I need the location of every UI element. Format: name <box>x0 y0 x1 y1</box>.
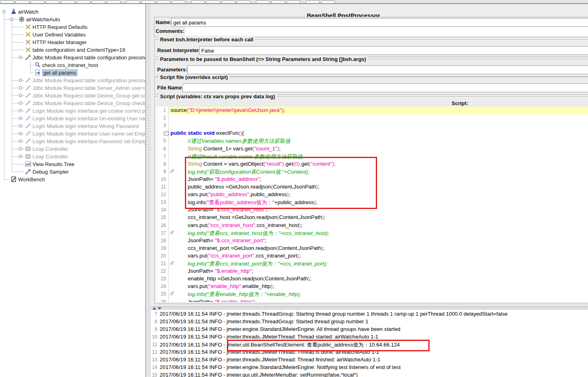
tree-node-login-module-login-interface-user-name-s[interactable]: Login Module login interface User name s… <box>0 130 145 138</box>
name-input[interactable] <box>171 18 588 27</box>
expanded-handle-icon[interactable] <box>2 10 6 13</box>
tree-node-get-all-params[interactable]: get all params <box>0 69 145 77</box>
file-name-input[interactable] <box>182 83 588 92</box>
script-group-title: Script (variables: ctx vars props prev d… <box>158 93 277 99</box>
toolbar-button[interactable] <box>271 0 285 3</box>
line-number: 12 <box>156 192 166 197</box>
comments-input[interactable] <box>185 27 588 36</box>
code-line-text: vars.put("enable_http",enable_http); <box>188 283 274 289</box>
tree-node-loop-controller[interactable]: Loop Controller <box>0 153 145 160</box>
collapsed-handle-icon[interactable] <box>19 101 22 105</box>
toolbar-button[interactable] <box>206 0 220 3</box>
code-line-text: log.info("查看ccs_intranet_host值为："+ccs_in… <box>188 230 329 237</box>
commented-out-marker: // <box>170 229 174 235</box>
log-line-number: 8 <box>151 319 157 324</box>
tree-node-login-module-login-interface-password-se[interactable]: Login Module login interface Password se… <box>0 138 145 145</box>
collapsed-handle-icon[interactable] <box>19 124 22 128</box>
code-line-text: //通过Result variable name 参数使用方法获取值 <box>188 153 303 160</box>
tree-node-label: Login Module login interface Un-existing… <box>32 116 146 122</box>
postprocessor-arrow-icon <box>34 69 41 76</box>
line-number: 13 <box>156 199 166 205</box>
code-line-24: vars.put("enable_http",enable_http); <box>168 283 588 290</box>
tree-node-jdbc-module-request-table-device-group-g[interactable]: Jdbc Module Request table Device_Group g… <box>0 92 145 99</box>
collapsed-handle-icon[interactable] <box>19 86 22 89</box>
toolbar-button[interactable] <box>156 0 170 3</box>
toolbar-button[interactable] <box>61 0 75 3</box>
tree-node-debug-sampler[interactable]: Debug Sampler <box>0 168 145 176</box>
tree-node-user-defined-variables[interactable]: User Defined Variables <box>0 31 145 39</box>
collapsed-handle-icon[interactable] <box>19 79 22 82</box>
toolbar-button[interactable] <box>237 0 251 3</box>
toolbar-button[interactable] <box>76 0 90 3</box>
collapsed-handle-icon[interactable] <box>19 94 22 97</box>
tree-node-jdbc-module-request-table-configuration-[interactable]: Jdbc Module Request table configuration … <box>0 54 145 61</box>
toolbar-button[interactable] <box>286 0 300 3</box>
tree-node-login-module-login-interface-un-existing[interactable]: Login Module login interface Un-existing… <box>0 115 145 122</box>
splitter-collapse-up-icon[interactable] <box>152 307 156 310</box>
collapsed-handle-icon[interactable] <box>19 117 22 120</box>
parameters-input[interactable] <box>187 65 588 74</box>
tree-node-http-header-manager[interactable]: HTTP Header Manager <box>0 39 145 46</box>
toolbar-button[interactable] <box>191 0 205 3</box>
collapsed-handle-icon[interactable] <box>19 140 22 143</box>
toolbar-button[interactable] <box>46 0 60 3</box>
log-line-8: 82017/06/19 16:11:54 INFO - jmeter.threa… <box>151 318 588 326</box>
code-line-9: //log.info("获取configuration表Content值:"+C… <box>168 168 588 176</box>
toolbar-button[interactable] <box>91 0 105 3</box>
toolbar-button[interactable] <box>126 0 140 3</box>
tree-scrollbar[interactable] <box>146 4 152 377</box>
tree-node-airwatcheauto[interactable]: airWatcheAuto <box>0 16 145 23</box>
code-line-25: //log.info("查看enable_http值为："+enable_htt… <box>168 290 588 298</box>
line-number: 10 <box>156 176 166 182</box>
toolbar-button[interactable] <box>0 0 14 3</box>
test-plan-tree[interactable]: airWatchairWatcheAutoHTTP Request Defaul… <box>0 4 146 377</box>
tree-node-workbench[interactable]: WorkBench <box>0 176 145 183</box>
toolbar-button[interactable] <box>30 0 45 3</box>
tree-node-label: Login Module login interface Password se… <box>32 138 146 144</box>
tree-node-label: table configuration and ContentType=19 <box>32 47 125 53</box>
toolbar-button[interactable] <box>306 0 320 3</box>
reset-interpreter-input[interactable] <box>199 46 588 55</box>
tree-node-jdbc-module-request-table-server-admin-u[interactable]: Jdbc Module Request table Server_Admin u… <box>0 84 145 92</box>
toolbar-button[interactable] <box>321 0 335 3</box>
tree-node-jdbc-module-request-table-device-group-c[interactable]: Jdbc Module Request table Device_Group c… <box>0 99 145 107</box>
expanded-handle-icon[interactable] <box>10 18 13 21</box>
tree-node-http-request-defaults[interactable]: HTTP Request Defaults <box>0 23 145 31</box>
toolbar-button[interactable] <box>172 0 186 3</box>
code-line-14: JsonPath= "$.ccs_intranet_host"; <box>168 206 588 214</box>
tree-node-login-module-login-interface-wrong-passw[interactable]: Login Module login interface Wrong Passw… <box>0 122 145 130</box>
collapsed-handle-icon[interactable] <box>19 155 22 158</box>
log-viewer[interactable]: 72017/06/19 16:11:54 INFO - jmeter.threa… <box>151 310 588 377</box>
tree-node-check-ccs-intranet-host[interactable]: check ccs_intranet_host <box>0 61 145 69</box>
expanded-handle-icon[interactable] <box>19 56 22 59</box>
tree-node-airwatch[interactable]: airWatch <box>0 8 145 16</box>
reset-interpreter-label: Reset Interpreter: <box>157 47 201 53</box>
tree-connector <box>12 149 24 149</box>
tree-node-table-configuration-and-contenttype-19[interactable]: table configuration and ContentType=19 <box>0 46 145 54</box>
log-line-14: 142017/06/19 16:11:54 INFO - jmeter.engi… <box>151 364 588 371</box>
code-line-text: log.info("查看enable_http值为："+enable_http)… <box>188 291 301 298</box>
toolbar-button[interactable] <box>256 0 270 3</box>
tree-node-login-module-login-interface-get-cookie-[interactable]: Login Module login Interface get cookie … <box>0 107 145 115</box>
code-line-15: ccs_intranet_host =GetJson.readjson(Cont… <box>168 214 588 221</box>
toolbar-button[interactable] <box>107 0 121 3</box>
script-file-group-title: Script file (overrides script) <box>158 74 229 80</box>
splitter-collapse-down-icon[interactable] <box>158 307 162 310</box>
tree-node-loop-controller[interactable]: Loop Controller <box>0 145 145 153</box>
collapsed-handle-icon[interactable] <box>19 132 22 135</box>
code-line-text: JsonPath= "$.ccs_intranet_port"; <box>188 237 266 243</box>
test-plan-icon <box>10 8 17 15</box>
toolbar-button[interactable] <box>15 0 29 3</box>
fold-collapse-icon[interactable]: − <box>164 131 168 136</box>
view-results-tree-icon <box>25 161 31 167</box>
tree-connector <box>12 141 24 142</box>
toolbar-button[interactable] <box>221 0 235 3</box>
tree-node-view-results-tree[interactable]: View Results Tree <box>0 160 145 168</box>
collapsed-handle-icon[interactable] <box>19 109 22 112</box>
collapsed-handle-icon[interactable] <box>19 147 22 150</box>
tree-connector <box>4 179 10 180</box>
script-text-area[interactable]: 1234−56789101112131415161718192021222324… <box>156 107 588 302</box>
toolbar-button[interactable] <box>141 0 155 3</box>
code-line-text: JsonPath= "$.enable_http"; <box>188 268 253 274</box>
tree-node-jdbc-module-request-table-configuration-[interactable]: Jdbc Module Request table configuration … <box>0 77 145 84</box>
